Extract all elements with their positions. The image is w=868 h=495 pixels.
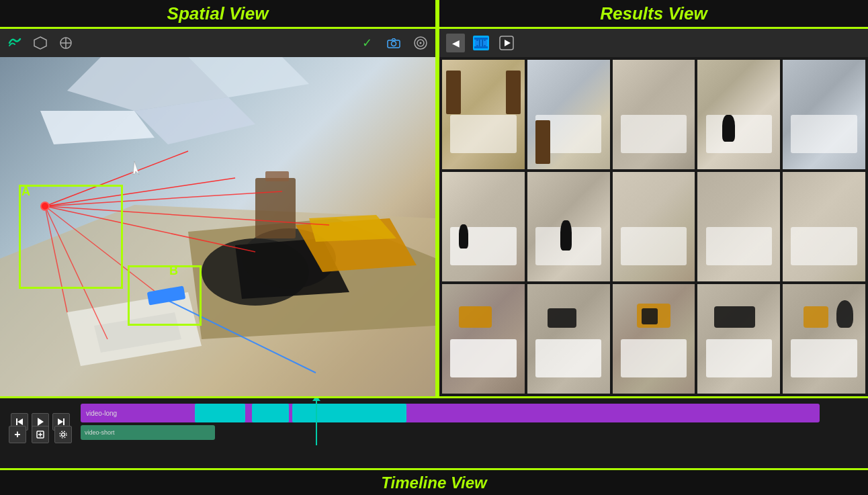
results-panel: ◀ xyxy=(439,29,868,396)
crosshair-icon[interactable] xyxy=(56,34,75,52)
playhead-handle[interactable] xyxy=(312,398,320,401)
box-a xyxy=(19,185,123,289)
circle-target-icon[interactable] xyxy=(411,34,430,52)
svg-point-51 xyxy=(60,431,67,438)
video-short-track[interactable]: video-short xyxy=(81,425,215,440)
logo-icon[interactable] xyxy=(5,34,24,52)
spatial-toolbar: ✓ xyxy=(0,29,435,57)
svg-rect-35 xyxy=(476,39,478,41)
video-long-label: video-long xyxy=(86,410,117,417)
node-a xyxy=(40,201,50,211)
results-view-header: Results View xyxy=(439,0,868,29)
box-a-label: A xyxy=(21,185,30,199)
settings-button[interactable] xyxy=(54,426,72,443)
result-image-11[interactable] xyxy=(442,284,525,394)
back-button[interactable]: ◀ xyxy=(446,34,465,52)
result-image-5[interactable] xyxy=(783,60,865,169)
result-image-13[interactable] xyxy=(613,284,695,394)
svg-marker-33 xyxy=(131,161,139,175)
result-image-2[interactable] xyxy=(527,60,610,169)
result-image-14[interactable] xyxy=(697,284,780,394)
svg-rect-20 xyxy=(255,178,296,238)
panel-divider xyxy=(435,0,439,396)
result-image-6[interactable] xyxy=(442,172,525,281)
add-clip-button[interactable] xyxy=(32,426,49,443)
timeline-add-controls: + xyxy=(0,424,81,445)
track-highlight-2 xyxy=(252,404,289,422)
video-short-label: video-short xyxy=(85,429,115,436)
track-highlight-1 xyxy=(195,404,245,422)
result-image-1[interactable] xyxy=(442,60,525,169)
spatial-panel: ✓ xyxy=(0,29,435,396)
result-image-4[interactable] xyxy=(697,60,780,169)
svg-marker-11 xyxy=(40,111,155,144)
result-image-3[interactable] xyxy=(613,60,695,169)
timeline-area: + video-long video-short xyxy=(0,396,868,470)
result-image-15[interactable] xyxy=(783,284,865,394)
svg-point-8 xyxy=(420,42,422,44)
svg-rect-38 xyxy=(484,45,486,47)
results-toolbar: ◀ xyxy=(439,29,868,57)
svg-rect-36 xyxy=(476,45,478,47)
results-view-title: Results View xyxy=(600,3,707,24)
svg-point-50 xyxy=(62,433,65,437)
svg-rect-39 xyxy=(479,38,480,48)
svg-rect-21 xyxy=(265,171,289,181)
timeline-view-title: Timeline View xyxy=(381,474,486,492)
svg-rect-37 xyxy=(484,39,486,41)
result-image-12[interactable] xyxy=(527,284,610,394)
result-image-8[interactable] xyxy=(613,172,695,281)
box-b-label: B xyxy=(169,264,178,278)
timeline-view-label: Timeline View xyxy=(0,468,868,495)
spatial-view-title: Spatial View xyxy=(167,3,269,24)
result-image-7[interactable] xyxy=(527,172,610,281)
result-image-10[interactable] xyxy=(783,172,865,281)
svg-rect-34 xyxy=(475,38,487,48)
svg-marker-0 xyxy=(34,37,46,49)
result-image-9[interactable] xyxy=(697,172,780,281)
svg-marker-42 xyxy=(505,40,511,46)
film-strip-icon[interactable] xyxy=(473,36,489,50)
timeline-tracks[interactable]: video-long video-short xyxy=(81,398,868,445)
playhead[interactable] xyxy=(316,398,317,445)
svg-rect-40 xyxy=(482,38,484,48)
video-long-track[interactable]: video-long xyxy=(81,404,820,422)
results-image-grid xyxy=(439,57,868,396)
spatial-view-header: Spatial View xyxy=(0,0,435,29)
hexagon-icon[interactable] xyxy=(31,34,50,52)
scene-area[interactable]: A B xyxy=(0,57,435,396)
track-highlight-3 xyxy=(292,404,406,422)
play-results-button[interactable] xyxy=(497,34,516,52)
check-icon[interactable]: ✓ xyxy=(357,34,376,52)
camera-icon[interactable] xyxy=(384,34,403,52)
svg-point-5 xyxy=(392,42,396,46)
add-track-button[interactable]: + xyxy=(9,426,26,443)
